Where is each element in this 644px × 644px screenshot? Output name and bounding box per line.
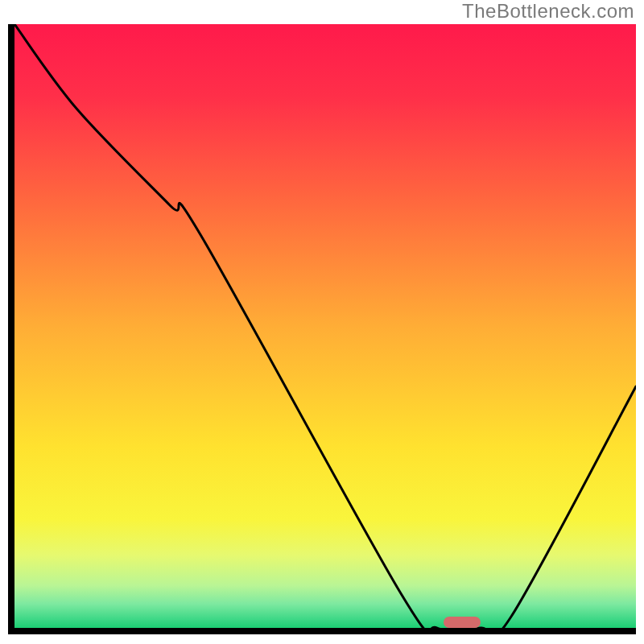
gradient-background <box>14 24 636 628</box>
x-axis-line <box>8 628 636 634</box>
y-axis-line <box>8 24 14 634</box>
optimal-marker <box>444 617 481 628</box>
svg-rect-0 <box>14 24 636 628</box>
chart-container: TheBottleneck.com <box>0 0 644 644</box>
plot-area <box>14 24 636 628</box>
watermark-text: TheBottleneck.com <box>462 0 634 23</box>
